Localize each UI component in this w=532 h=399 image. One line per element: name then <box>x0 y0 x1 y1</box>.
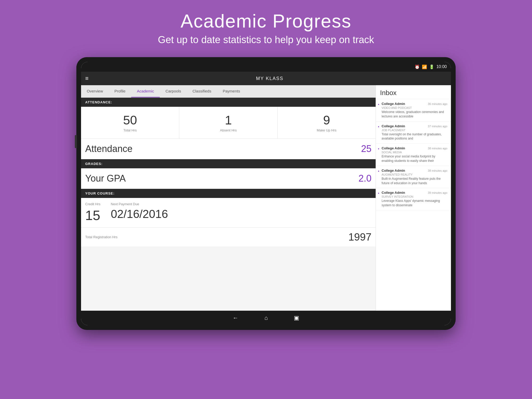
total-reg-row: Total Registration Hrs 1997 <box>81 227 376 247</box>
gpa-score-row: Your GPA 2.0 <box>81 168 376 189</box>
absent-hrs-label: Absent Hrs <box>182 128 275 132</box>
bottom-nav: ← ⌂ ▣ <box>81 311 451 325</box>
inbox-category-0: VIDEO AND PODCAST <box>382 106 447 109</box>
gpa-label: Your GPA <box>85 173 358 184</box>
inbox-item-1[interactable]: College Admin 37 minutes ago JOB PLACEME… <box>376 122 451 144</box>
tab-payments[interactable]: Payments <box>217 85 246 97</box>
makeup-hrs-label: Make Up Hrs <box>280 128 373 132</box>
status-time: 10:00 <box>436 64 447 69</box>
inbox-preview-0: Welcome videos, graduation ceremonies an… <box>382 110 447 119</box>
inbox-time-1: 37 minutes ago <box>428 125 447 128</box>
page-subtitle: Get up to date statistics to help you ke… <box>0 34 532 45</box>
status-bar: ⏰ 📶 🔋 10:00 <box>81 62 451 72</box>
inbox-title: Inbox <box>376 85 451 99</box>
recent-button[interactable]: ▣ <box>294 315 299 321</box>
total-hrs-label: Total Hrs <box>84 128 176 132</box>
inbox-time-0: 36 minutes ago <box>428 102 447 105</box>
attendance-stats-row: 50 Total Hrs 1 Absent Hrs 9 Make Up Hrs <box>81 107 376 139</box>
inbox-preview-3: Built-in Augmented Reality feature puts … <box>382 177 447 185</box>
inbox-category-4: SURVEY INTEGRATION <box>382 195 447 198</box>
app-bar: ≡ MY KLASS <box>81 72 451 85</box>
tab-carpools[interactable]: Carpools <box>160 85 187 97</box>
inbox-time-4: 39 minutes ago <box>428 191 447 194</box>
total-reg-label: Total Registration Hrs <box>85 235 117 239</box>
inbox-category-3: AUGMENTED REALITY <box>382 173 447 176</box>
payment-due-label: Next Payment Due <box>111 202 168 206</box>
battery-icon: 🔋 <box>429 64 434 69</box>
makeup-hrs-stat: 9 Make Up Hrs <box>278 107 376 138</box>
tab-profile[interactable]: Profile <box>109 85 131 97</box>
inbox-preview-2: Enhance your social media footprint by e… <box>382 154 447 163</box>
back-button[interactable]: ← <box>233 315 238 321</box>
course-header: YOUR COURSE: <box>81 189 376 198</box>
inbox-time-2: 38 minutes ago <box>428 147 447 150</box>
attendance-header: ATTENDANCE: <box>81 98 376 107</box>
page-header: Academic Progress Get up to date statist… <box>0 0 532 53</box>
course-info: Credit Hrs 15 Next Payment Due 02/16/201… <box>81 198 376 227</box>
volume-button <box>75 135 77 148</box>
inbox-sender-3: College Admin <box>382 169 405 172</box>
main-content: ATTENDANCE: 50 Total Hrs 1 Absent Hrs <box>81 98 376 311</box>
total-reg-value: 1997 <box>348 231 371 243</box>
inbox-list: College Admin 36 minutes ago VIDEO AND P… <box>376 99 451 311</box>
inbox-sender-2: College Admin <box>382 146 405 150</box>
tab-bar: Overview Profile Academic Carpools Class… <box>81 85 376 98</box>
inbox-sender-1: College Admin <box>382 124 405 128</box>
inbox-time-3: 38 minutes ago <box>428 169 447 172</box>
page-title: Academic Progress <box>0 10 532 32</box>
makeup-hrs-value: 9 <box>280 113 373 127</box>
inbox-category-1: JOB PLACEMENT <box>382 129 447 132</box>
page-background: Academic Progress Get up to date statist… <box>0 0 532 53</box>
gpa-value: 2.0 <box>358 173 371 184</box>
absent-hrs-stat: 1 Absent Hrs <box>179 107 277 138</box>
tab-classifieds[interactable]: Classifieds <box>187 85 217 97</box>
credit-hrs-value: 15 <box>85 208 101 223</box>
menu-icon[interactable]: ≡ <box>85 75 89 82</box>
inbox-sender-0: College Admin <box>382 102 405 106</box>
attendance-score-value: 25 <box>361 143 371 154</box>
inbox-item-3[interactable]: College Admin 38 minutes ago AUGMENTED R… <box>376 166 451 188</box>
app-title: MY KLASS <box>93 76 447 81</box>
device-screen: ⏰ 📶 🔋 10:00 ≡ MY KLASS Overview Profile <box>81 62 451 325</box>
inbox-sender-4: College Admin <box>382 191 405 195</box>
wifi-icon: 📶 <box>422 64 427 69</box>
alarm-icon: ⏰ <box>415 64 420 69</box>
payment-due-col: Next Payment Due 02/16/2016 <box>111 202 168 223</box>
inbox-preview-4: Leverage Klass Apps' dynamic messaging s… <box>382 199 447 208</box>
total-hrs-value: 50 <box>84 113 176 127</box>
attendance-score-label: Attendance <box>85 143 361 154</box>
content-area: Overview Profile Academic Carpools Class… <box>81 85 451 311</box>
absent-hrs-value: 1 <box>182 113 275 127</box>
payment-due-value: 02/16/2016 <box>111 208 168 221</box>
tablet-device: ⏰ 📶 🔋 10:00 ≡ MY KLASS Overview Profile <box>76 57 456 330</box>
credit-hrs-label: Credit Hrs <box>85 202 101 206</box>
total-hrs-stat: 50 Total Hrs <box>81 107 179 138</box>
tab-academic[interactable]: Academic <box>131 85 160 97</box>
main-panel: Overview Profile Academic Carpools Class… <box>81 85 376 311</box>
attendance-score-row: Attendance 25 <box>81 139 376 159</box>
inbox-item-4[interactable]: College Admin 39 minutes ago SURVEY INTE… <box>376 188 451 210</box>
credit-hrs-col: Credit Hrs 15 <box>85 202 101 223</box>
inbox-panel: Inbox College Admin 36 minutes ago VIDEO… <box>376 85 451 311</box>
inbox-preview-1: Total oversight on the number of graduat… <box>382 132 447 141</box>
home-button[interactable]: ⌂ <box>264 315 268 321</box>
inbox-category-2: SOCIAL MEDIA <box>382 151 447 154</box>
tab-overview[interactable]: Overview <box>81 85 109 97</box>
inbox-item-2[interactable]: College Admin 38 minutes ago SOCIAL MEDI… <box>376 144 451 166</box>
grades-header: GRADES: <box>81 159 376 168</box>
inbox-item-0[interactable]: College Admin 36 minutes ago VIDEO AND P… <box>376 99 451 122</box>
